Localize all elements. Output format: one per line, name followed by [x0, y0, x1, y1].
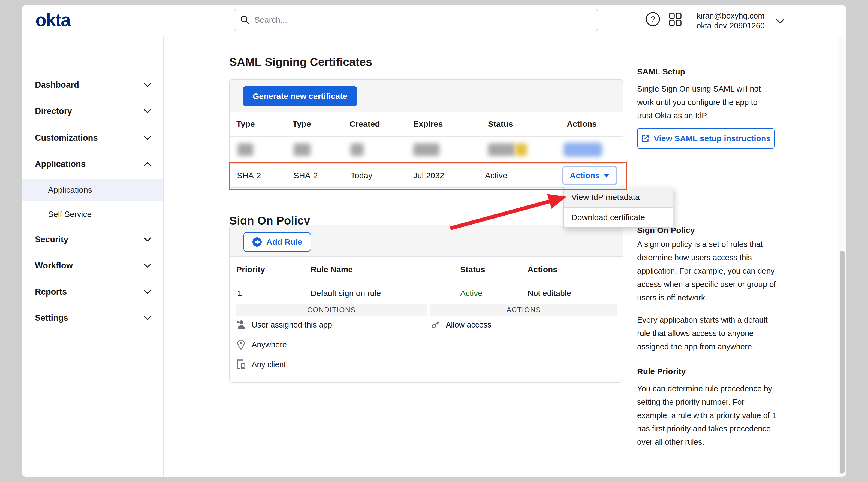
text-line: users is off network. [637, 291, 779, 304]
text-line: application. For example, you can deny [637, 264, 779, 278]
cell-not-editable: Not editable [528, 289, 571, 298]
sidebar-item-security[interactable]: Security [22, 226, 163, 253]
text-line: Every application starts with a default [637, 313, 779, 327]
table-row-sha2-certificate: SHA-2 SHA-2 Today Jul 2032 Active Action… [230, 163, 623, 188]
okta-admin-window: okta ? kiran@boxyhq.com okta-dev-2090126… [22, 5, 846, 477]
chevron-down-icon [144, 135, 152, 140]
text-line: Single Sign On using SAML will not [637, 82, 779, 96]
condition-label: Anywhere [252, 341, 287, 349]
table-row-redacted [230, 136, 623, 163]
text-line: assigned the app from anywhere. [637, 340, 779, 353]
redacted-status-icon-blur [516, 143, 527, 156]
condition-any-client: Any client [236, 359, 286, 369]
sidebar-item-settings[interactable]: Settings [22, 305, 163, 331]
account-menu[interactable]: kiran@boxyhq.com okta-dev-20901260 [687, 11, 774, 31]
column-header-actions: Actions [528, 265, 557, 274]
action-allow-access: Allow access [430, 320, 492, 329]
sidebar-item-label: Applications [48, 185, 92, 195]
sidebar-item-dashboard[interactable]: Dashboard [22, 72, 163, 98]
chevron-down-icon [144, 83, 152, 88]
menu-item-download-certificate[interactable]: Download certificate [564, 208, 673, 227]
account-org: okta-dev-20901260 [687, 21, 774, 31]
sidebar-item-label: Reports [35, 287, 67, 297]
view-saml-setup-instructions-button[interactable]: View SAML setup instructions [637, 128, 775, 149]
redacted-cell-blur [238, 143, 253, 156]
redacted-cell-blur [350, 143, 364, 156]
sidebar-item-applications-sub[interactable]: Applications [22, 179, 163, 200]
aside-sign-on-policy-text-2: Every application starts with a default … [637, 313, 779, 353]
actions-dropdown-menu: View IdP metadata Download certificate [563, 187, 673, 228]
text-line: access when a specific user or group of [637, 278, 779, 291]
sidebar-item-directory[interactable]: Directory [22, 98, 163, 124]
cell-expires: Jul 2032 [413, 171, 444, 180]
cell-status-active: Active [460, 289, 483, 298]
redacted-cell-blur [293, 143, 311, 156]
add-rule-button[interactable]: Add Rule [243, 232, 311, 252]
sidebar-item-customizations[interactable]: Customizations [22, 125, 163, 151]
key-icon [430, 320, 440, 329]
sidebar-item-label: Dashboard [35, 80, 79, 90]
apps-grid-icon[interactable] [669, 12, 682, 26]
global-search[interactable] [234, 9, 598, 31]
aside-rule-priority-text: You can determine rule precedence by set… [637, 382, 779, 449]
actions-dropdown-button[interactable]: Actions [562, 166, 617, 185]
aside-title-saml-setup: SAML Setup [637, 67, 685, 76]
aside-sign-on-policy-text-1: A sign on policy is a set of rules that … [637, 238, 779, 304]
sidebar-item-label: Workflow [35, 261, 73, 270]
aside-saml-setup-text: Single Sign On using SAML will not work … [637, 82, 779, 122]
help-icon[interactable]: ? [646, 12, 660, 26]
column-header-expires: Expires [413, 119, 443, 129]
column-header-rule-name: Rule Name [311, 265, 353, 274]
cell-type2: SHA-2 [293, 171, 318, 180]
chevron-down-icon [144, 289, 152, 294]
text-line: work until you configure the app to [637, 96, 779, 109]
search-input[interactable] [254, 15, 597, 25]
sign-on-policy-toolbar: Add Rule [230, 225, 623, 257]
account-email: kiran@boxyhq.com [687, 11, 774, 21]
certificates-card: Generate new certificate Type Type Creat… [229, 79, 623, 188]
sidebar-item-label: Applications [35, 159, 86, 169]
cell-rule-name: Default sign on rule [311, 289, 381, 298]
redacted-actions-blur [563, 142, 602, 157]
text-line: setting the priority number. For [637, 395, 779, 409]
aside-title-rule-priority: Rule Priority [637, 367, 686, 376]
location-pin-icon [236, 340, 246, 350]
sidebar-item-label: Security [35, 235, 68, 245]
setup-button-label: View SAML setup instructions [654, 134, 771, 143]
sidebar-item-label: Customizations [35, 133, 98, 143]
chevron-down-icon [144, 109, 152, 114]
conditions-subheader: CONDITIONS [236, 304, 427, 316]
sidebar-item-self-service[interactable]: Self Service [22, 203, 163, 225]
desktop-background: { "brand": {"logo": "okta"}, "header": {… [0, 0, 868, 481]
column-header-actions: Actions [567, 119, 597, 129]
condition-anywhere: Anywhere [236, 340, 287, 350]
sidebar-item-workflow[interactable]: Workflow [22, 253, 163, 279]
table-row-default-rule: 1 Default sign on rule Active Not editab… [230, 283, 623, 303]
column-header-status: Status [488, 119, 513, 129]
search-icon [240, 15, 249, 25]
generate-new-certificate-button[interactable]: Generate new certificate [243, 86, 357, 106]
text-line: has first priority and takes precedence [637, 422, 779, 436]
column-header-status: Status [460, 265, 485, 274]
text-line: over all other rules. [637, 436, 779, 449]
menu-item-view-idp-metadata[interactable]: View IdP metadata [564, 188, 673, 208]
add-rule-label: Add Rule [266, 237, 302, 247]
sidebar-item-applications[interactable]: Applications [22, 151, 163, 177]
text-line: rule that allows access to anyone [637, 327, 779, 340]
condition-label: Any client [252, 360, 286, 369]
cell-status: Active [485, 171, 507, 180]
actions-button-label: Actions [570, 171, 600, 180]
scrollbar-thumb[interactable] [840, 251, 844, 474]
chevron-down-icon[interactable] [776, 19, 784, 24]
sidebar-item-label: Directory [35, 106, 72, 116]
okta-logo[interactable]: okta [35, 11, 70, 29]
chevron-down-icon [144, 263, 152, 268]
condition-user-assigned: User assigned this app [236, 320, 332, 329]
certificates-toolbar: Generate new certificate [230, 79, 623, 112]
sidebar-item-label: Self Service [48, 210, 92, 219]
sign-on-policy-card: Add Rule Priority Rule Name Status Actio… [229, 225, 623, 383]
sidebar-item-reports[interactable]: Reports [22, 279, 163, 305]
chevron-down-icon [144, 316, 152, 320]
cell-created: Today [350, 171, 372, 180]
column-header-type2: Type [292, 119, 311, 129]
